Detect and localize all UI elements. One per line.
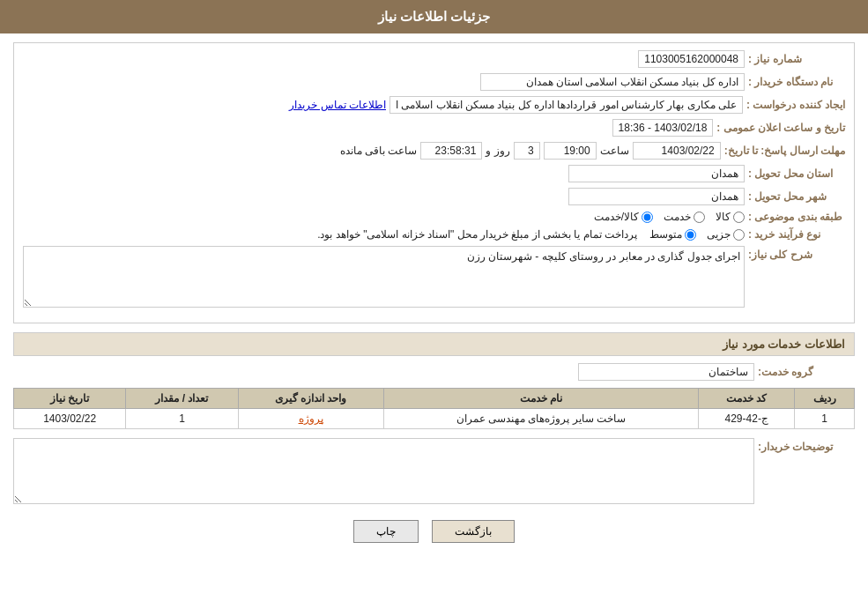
page-wrapper: جزئیات اطلاعات نیاز شماره نیاز : 1103005… [0,0,868,609]
mohlat-mande-value: 23:58:31 [420,142,482,160]
tarikh-value: 1403/02/18 - 18:36 [612,119,714,137]
mohlat-mande-label: ساعت باقی مانده [340,145,418,157]
tabaghebandi-options: کالا خدمت کالا/خدمت [594,211,745,223]
mohlat-saat-value: 19:00 [544,142,597,160]
tarikh-label: تاریخ و ساعت اعلان عمومی : [716,122,845,134]
shahr-row: شهر محل تحویل : همدان [23,188,845,205]
radio-kala-khadamat[interactable]: کالا/خدمت [594,211,653,223]
tabaghebandi-label: طبقه بندی موضوعی : [748,211,845,223]
ostan-row: استان محل تحویل : همدان [23,165,845,182]
ijadKonande-value: علی مکاری بهار کارشناس امور قراردادها اد… [389,96,743,114]
col-nam: نام خدمت [383,389,699,409]
page-header: جزئیات اطلاعات نیاز [0,0,868,33]
radio-khadamat-label: خدمت [664,211,691,223]
buttons-row: بازگشت چاپ [13,520,855,543]
shahr-label: شهر محل تحویل : [748,190,845,203]
vahed-link[interactable]: پروژه [299,412,323,425]
radio-motavaset[interactable]: متوسط [649,228,696,241]
namDastgah-value: اداره کل بنیاد مسکن انقلاب اسلامی استان … [480,73,745,91]
ostan-value: همدان [568,165,745,182]
radio-motavaset-input[interactable] [685,229,696,241]
cell-kod: ج-42-429 [699,409,795,429]
col-tedad: تعداد / مقدار [126,389,238,409]
back-button[interactable]: بازگشت [432,520,515,543]
services-table: ردیف کد خدمت نام خدمت واحد اندازه گیری ت… [13,388,855,429]
radio-khadamat[interactable]: خدمت [664,211,705,223]
ijadKonande-row: ایجاد کننده درخواست : علی مکاری بهار کار… [23,96,845,114]
khadamat-title: اطلاعات خدمات مورد نیاز [13,332,855,356]
sharhKoli-area: اجرای جدول گذاری در معابر در روستای کلیچ… [23,246,745,310]
cell-tarikh: 1403/02/22 [14,409,126,429]
namDastgah-row: نام دستگاه خریدار : اداره کل بنیاد مسکن … [23,73,845,91]
tarikh-row: تاریخ و ساعت اعلان عمومی : 1403/02/18 - … [23,119,845,137]
tawsifat-textarea[interactable] [13,438,754,504]
content-area: شماره نیاز : 1103005162000048 نام دستگاه… [0,33,868,561]
sharhKoli-label: شرح کلی نیاز: [748,249,845,261]
cell-tedad: 1 [126,409,238,429]
namDastgah-label: نام دستگاه خریدار : [748,76,845,88]
mohlat-rooz-label: روز و [486,145,509,157]
groheKhadamat-value: ساختمان [578,363,754,381]
mohlat-label: مهلت ارسال پاسخ: تا تاریخ: [724,145,845,157]
groheKhadamat-label: گروه خدمت: [758,366,855,378]
shahr-value: همدان [568,188,745,205]
radio-kala-khadamat-label: کالا/خدمت [594,211,639,223]
radio-jozi-label: جزیی [707,228,731,241]
cell-radif: 1 [795,409,855,429]
noeFarayand-row: نوع فرآیند خرید : جزیی متوسط پرداخت تمام… [23,228,845,241]
tawsifat-row: توضیحات خریدار: [13,438,855,507]
noeFarayand-options: جزیی متوسط [649,228,745,241]
radio-kala-input[interactable] [733,212,745,223]
print-button[interactable]: چاپ [353,520,419,543]
sharhKoli-textarea[interactable] [23,246,745,308]
radio-kala-khadamat-input[interactable] [642,212,653,223]
radio-kala-label: کالا [716,211,731,223]
ijadKonande-label: ایجاد کننده درخواست : [746,99,845,111]
tabaghebandi-row: طبقه بندی موضوعی : کالا خدمت کالا/خدمت [23,211,845,223]
cell-vahed: پروژه [238,409,383,429]
noeFarayand-label: نوع فرآیند خرید : [748,228,845,241]
tawsifat-label: توضیحات خریدار: [758,441,855,453]
sharhKoli-row: شرح کلی نیاز: اجرای جدول گذاری در معابر … [23,246,845,310]
mohlat-rooz-value: 3 [514,142,540,160]
table-header-row: ردیف کد خدمت نام خدمت واحد اندازه گیری ت… [14,389,855,409]
radio-jozi-input[interactable] [733,229,745,241]
mohlat-row: مهلت ارسال پاسخ: تا تاریخ: 1403/02/22 سا… [23,142,845,160]
shomareNiaz-row: شماره نیاز : 1103005162000048 [23,50,845,68]
groheKhadamat-row: گروه خدمت: ساختمان [13,363,855,381]
mohlat-saat-label: ساعت [600,145,629,157]
services-table-section: ردیف کد خدمت نام خدمت واحد اندازه گیری ت… [13,388,855,429]
page-title: جزئیات اطلاعات نیاز [378,9,490,24]
ijadKonande-link[interactable]: اطلاعات تماس خریدار [289,99,386,111]
ostan-label: استان محل تحویل : [748,167,845,180]
radio-jozi[interactable]: جزیی [707,228,745,241]
main-form: شماره نیاز : 1103005162000048 نام دستگاه… [13,42,855,323]
radio-motavaset-label: متوسط [649,228,682,241]
col-vahed: واحد اندازه گیری [238,389,383,409]
noeFarayand-note: پرداخت تمام یا بخشی از مبلغ خریدار محل "… [317,228,637,241]
radio-kala[interactable]: کالا [716,211,745,223]
tawsifat-area [13,438,754,507]
mohlat-date: 1403/02/22 [633,142,721,160]
col-tarikh: تاریخ نیاز [14,389,126,409]
radio-khadamat-input[interactable] [694,212,705,223]
col-kod: کد خدمت [699,389,795,409]
shomareNiaz-value: 1103005162000048 [638,50,745,68]
col-radif: ردیف [795,389,855,409]
cell-nam: ساخت سایر پروژه‌های مهندسی عمران [383,409,699,429]
shomareNiaz-label: شماره نیاز : [748,53,845,65]
table-row: 1 ج-42-429 ساخت سایر پروژه‌های مهندسی عم… [14,409,855,429]
